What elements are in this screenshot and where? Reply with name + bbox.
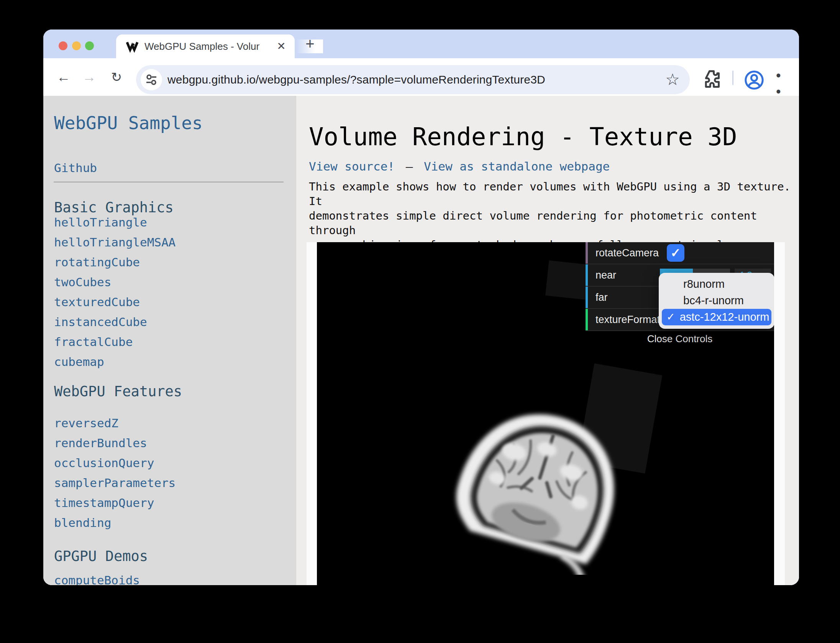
gui-label-far: far — [596, 287, 608, 308]
dropdown-option-label: astc-12x12-unorm — [680, 309, 769, 325]
sidebar: WebGPU Samples Github Basic Graphics hel… — [43, 96, 296, 585]
tab-title: WebGPU Samples - Volume R — [144, 41, 259, 52]
page-content: WebGPU Samples Github Basic Graphics hel… — [43, 96, 799, 585]
gui-label-near: near — [596, 264, 616, 286]
section-heading-webgpu-features: WebGPU Features — [54, 383, 182, 400]
profile-avatar-icon[interactable] — [744, 70, 765, 90]
dat-gui-panel: rotateCamera ✓ near 4.2 — [586, 242, 774, 348]
address-bar[interactable]: webgpu.github.io/webgpu-samples/?sample=… — [136, 65, 690, 94]
sidebar-item-renderBundles[interactable]: renderBundles — [54, 436, 147, 450]
sidebar-item-occlusionQuery[interactable]: occlusionQuery — [54, 456, 154, 470]
url-text[interactable]: webgpu.github.io/webgpu-samples/?sample=… — [167, 73, 545, 86]
sidebar-item-samplerParameters[interactable]: samplerParameters — [54, 476, 176, 490]
site-settings-icon[interactable] — [141, 69, 162, 90]
reload-icon[interactable]: ↻ — [108, 68, 125, 86]
zoom-window-button[interactable] — [85, 41, 94, 50]
sidebar-item-helloTriangle[interactable]: helloTriangle — [54, 215, 147, 229]
sidebar-item-instancedCube[interactable]: instancedCube — [54, 315, 147, 329]
webgpu-canvas[interactable]: rotateCamera ✓ near 4.2 — [317, 242, 774, 585]
back-icon[interactable]: ← — [55, 68, 72, 86]
selected-check-icon: ✓ — [666, 309, 675, 325]
dropdown-option-astc-12x12-unorm[interactable]: ✓ astc-12x12-unorm — [662, 309, 771, 325]
tab-strip: WebGPU Samples - Volume R ✕ + — [43, 30, 799, 58]
minimize-window-button[interactable] — [72, 41, 81, 50]
section-heading-gpgpu-demos: GPGPU Demos — [54, 548, 148, 564]
page-title: WebGPU Samples — [54, 113, 203, 133]
bookmark-star-icon[interactable]: ☆ — [665, 70, 680, 90]
browser-toolbar: ← → ↻ webgpu.github.io/webgpu-samples/?s… — [43, 58, 799, 96]
sidebar-item-rotatingCube[interactable]: rotatingCube — [54, 255, 140, 269]
tab-close-icon[interactable]: ✕ — [275, 40, 288, 53]
sidebar-item-texturedCube[interactable]: texturedCube — [54, 295, 140, 309]
canvas-container: rotateCamera ✓ near 4.2 — [307, 242, 785, 585]
number-accent-strip — [586, 264, 588, 286]
gui-row-rotateCamera: rotateCamera ✓ — [586, 242, 774, 264]
sample-main: Volume Rendering - Texture 3D View sourc… — [296, 96, 799, 585]
sidebar-item-fractalCube[interactable]: fractalCube — [54, 335, 133, 349]
close-window-button[interactable] — [59, 41, 67, 50]
sidebar-item-blending[interactable]: blending — [54, 516, 111, 530]
gui-label-textureFormat: textureFormat — [596, 309, 660, 330]
mri-brain-slice — [440, 399, 631, 575]
textureFormat-dropdown-menu: r8unorm bc4-r-unorm ✓ astc-12x12-unorm — [659, 273, 774, 329]
webgpu-logo-icon — [125, 39, 139, 53]
sidebar-item-reversedZ[interactable]: reversedZ — [54, 416, 118, 430]
description-line: This example shows how to render volumes… — [309, 179, 792, 208]
rotateCamera-checkbox[interactable]: ✓ — [667, 244, 684, 262]
section-heading-basic-graphics: Basic Graphics — [54, 199, 174, 216]
dropdown-option-bc4-r-unorm[interactable]: bc4-r-unorm — [662, 292, 771, 309]
boolean-accent-strip — [586, 242, 588, 264]
sample-links: View source! — View as standalone webpag… — [309, 159, 610, 173]
sidebar-divider — [54, 182, 284, 182]
option-accent-strip — [586, 309, 588, 330]
toolbar-divider — [732, 71, 733, 85]
forward-icon[interactable]: → — [80, 68, 98, 86]
new-tab-button[interactable]: + — [302, 36, 318, 52]
links-separator: — — [406, 159, 413, 173]
view-source-link[interactable]: View source! — [309, 159, 395, 173]
standalone-webpage-link[interactable]: View as standalone webpage — [424, 159, 610, 173]
close-controls-button[interactable]: Close Controls — [586, 331, 774, 348]
browser-tab[interactable]: WebGPU Samples - Volume R ✕ — [116, 34, 295, 58]
description-line: demonstrates simple direct volume render… — [309, 208, 792, 238]
sidebar-item-timestampQuery[interactable]: timestampQuery — [54, 496, 154, 510]
screenshot-root: WebGPU Samples - Volume R ✕ + ← → ↻ — [0, 0, 840, 643]
extensions-puzzle-icon[interactable] — [702, 70, 722, 90]
sample-title: Volume Rendering - Texture 3D — [309, 123, 737, 151]
sidebar-item-github[interactable]: Github — [54, 161, 97, 175]
sidebar-item-twoCubes[interactable]: twoCubes — [54, 275, 111, 289]
number-accent-strip — [586, 287, 588, 308]
tune-icon — [145, 73, 158, 86]
gui-label-rotateCamera: rotateCamera — [596, 242, 659, 264]
sidebar-item-cubemap[interactable]: cubemap — [54, 355, 104, 369]
dropdown-option-r8unorm[interactable]: r8unorm — [662, 276, 771, 292]
browser-window: WebGPU Samples - Volume R ✕ + ← → ↻ — [43, 30, 799, 585]
sidebar-item-helloTriangleMSAA[interactable]: helloTriangleMSAA — [54, 235, 176, 249]
sidebar-item-computeBoids[interactable]: computeBoids — [54, 573, 140, 585]
